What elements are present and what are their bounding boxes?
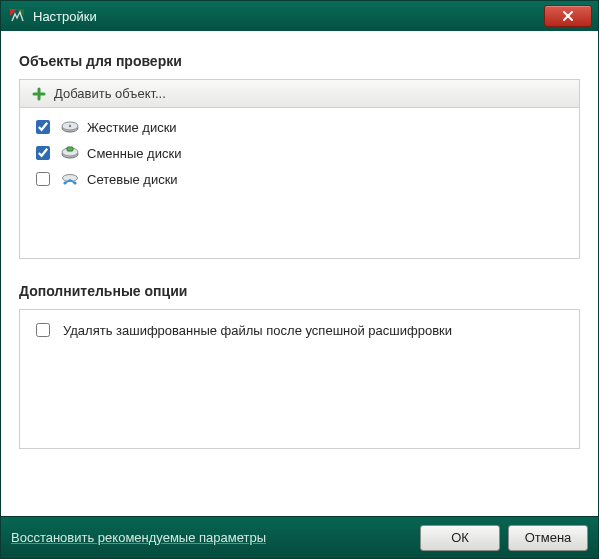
object-label: Жесткие диски (87, 120, 177, 135)
ok-button[interactable]: ОК (420, 525, 500, 551)
add-object-label: Добавить объект... (54, 86, 166, 101)
svg-point-2 (69, 125, 71, 127)
object-item-network-drives[interactable]: Сетевые диски (32, 166, 567, 192)
titlebar: Настройки (1, 1, 598, 31)
removable-drive-icon (61, 146, 79, 160)
object-item-removable-drives[interactable]: Сменные диски (32, 140, 567, 166)
object-checkbox[interactable] (36, 146, 50, 160)
restore-defaults-link[interactable]: Восстановить рекомендуемые параметры (11, 530, 266, 545)
app-icon (9, 8, 25, 24)
cancel-button[interactable]: Отмена (508, 525, 588, 551)
delete-encrypted-checkbox[interactable] (36, 323, 50, 337)
objects-section-title: Объекты для проверки (19, 53, 580, 69)
delete-encrypted-option[interactable]: Удалять зашифрованные файлы после успешн… (32, 320, 567, 340)
network-drive-icon (61, 172, 79, 186)
additional-options-panel: Удалять зашифрованные файлы после успешн… (19, 309, 580, 449)
window-title: Настройки (33, 9, 97, 24)
footer: Восстановить рекомендуемые параметры ОК … (1, 516, 598, 558)
settings-window: Настройки Объекты для проверки Добавить … (0, 0, 599, 559)
options-section-title: Дополнительные опции (19, 283, 580, 299)
add-object-button[interactable]: Добавить объект... (20, 80, 579, 108)
delete-encrypted-label: Удалять зашифрованные файлы после успешн… (63, 323, 452, 338)
close-icon (562, 10, 574, 22)
svg-rect-5 (67, 147, 73, 151)
objects-list: Жесткие диски Сменные диски (20, 108, 579, 258)
svg-point-8 (73, 181, 76, 184)
close-button[interactable] (544, 5, 592, 27)
plus-icon (32, 87, 46, 101)
object-checkbox[interactable] (36, 120, 50, 134)
hard-drive-icon (61, 120, 79, 134)
object-item-hard-drives[interactable]: Жесткие диски (32, 114, 567, 140)
object-checkbox[interactable] (36, 172, 50, 186)
object-label: Сменные диски (87, 146, 181, 161)
scan-objects-panel: Добавить объект... Жесткие диски (19, 79, 580, 259)
svg-point-7 (63, 181, 66, 184)
window-body: Объекты для проверки Добавить объект... (1, 31, 598, 516)
object-label: Сетевые диски (87, 172, 178, 187)
